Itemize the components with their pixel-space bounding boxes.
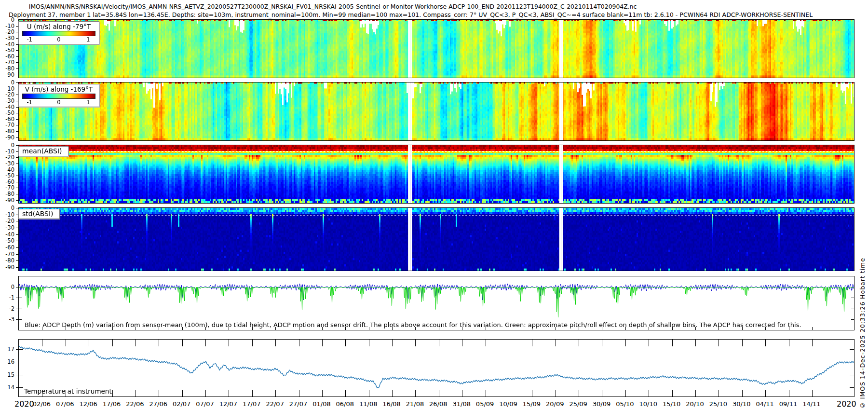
- u-velocity-colorbar: [22, 31, 95, 36]
- figure-subtitle: Deployment 37, member 1 lat=35.84S lon=1…: [9, 11, 813, 18]
- y-tick-label: -2: [0, 305, 18, 312]
- u-velocity-legend-title: U (m/s) along -79°T: [22, 23, 95, 30]
- figure-title: IMOS/ANMN/NRS/NRSKAI/Velocity/IMOS_ANMN-…: [0, 3, 665, 10]
- y-tick-label: -40: [0, 231, 18, 238]
- x-tick-label: 09/11: [779, 400, 797, 408]
- u-velocity-colorbar-ticks: -1 0 1: [22, 36, 95, 43]
- x-tick-label: 30/09: [593, 400, 610, 408]
- y-tick-label: -70: [0, 251, 18, 258]
- x-tick-label: 25/09: [569, 400, 587, 408]
- x-tick-label: 25/10: [709, 400, 727, 408]
- x-tick-label: 05/10: [616, 400, 634, 408]
- mean-absi-y-axis: 0-10-20-30-40-50-60-70-80-90: [0, 145, 18, 203]
- x-tick-label: 10/10: [639, 400, 657, 408]
- y-tick-label: 15: [0, 371, 18, 378]
- v-velocity-colorbar-ticks: -1 0 1: [22, 99, 95, 106]
- colorbar-tick-label: -1: [27, 99, 32, 106]
- y-tick-label: 16: [0, 358, 18, 365]
- y-tick-label: -90: [0, 264, 18, 271]
- std-absi-y-axis: 0-10-20-30-40-50-60-70-80-90: [0, 208, 18, 271]
- x-tick-label: 17/06: [103, 400, 121, 408]
- v-velocity-heatmap: [19, 82, 854, 140]
- colorbar-tick-label: 1: [86, 36, 90, 43]
- y-tick-label: 0: [0, 205, 18, 211]
- y-tick-label: -30: [0, 224, 18, 231]
- x-tick-label: 14/11: [802, 400, 820, 408]
- x-axis-year-end: 2020: [837, 399, 856, 409]
- imos-watermark: © IMOS 14-Dec-2025 20:33:26 Hobart time: [859, 258, 866, 409]
- u-velocity-heatmap: [19, 20, 854, 78]
- x-tick-label: 30/10: [732, 400, 750, 408]
- v-velocity-colorbar: [22, 94, 95, 99]
- x-tick-label: 02/07: [173, 400, 190, 408]
- y-tick-label: -20: [0, 218, 18, 224]
- x-tick-label: 15/09: [523, 400, 541, 408]
- adcp-deployment-figure: IMOS/ANMN/NRS/NRSKAI/Velocity/IMOS_ANMN-…: [0, 0, 868, 410]
- x-tick-label: 22/07: [266, 400, 284, 408]
- x-tick-label: 15/10: [663, 400, 680, 408]
- v-velocity-legend: V (m/s) along -169°T -1 0 1: [18, 84, 99, 107]
- x-tick-label: 05/09: [476, 400, 494, 408]
- v-velocity-legend-title: V (m/s) along -169°T: [22, 85, 95, 93]
- y-tick-label: -90: [0, 71, 18, 78]
- u-velocity-legend: U (m/s) along -79°T -1 0 1: [18, 21, 99, 44]
- std-absi-heatmap: [19, 208, 854, 271]
- y-tick-label: -90: [0, 134, 18, 141]
- x-tick-label: 02/06: [33, 400, 51, 408]
- x-tick-label: 20/10: [686, 400, 704, 408]
- v-velocity-panel: 0-10-20-30-40-50-60-70-80-90 V (m/s) alo…: [18, 82, 854, 141]
- depth-variation-annotation: Blue: ADCP Depth (m) variation from sens…: [25, 321, 801, 328]
- y-tick-label: 0: [0, 284, 18, 290]
- y-tick-label: -3: [0, 316, 18, 323]
- std-absi-panel: 0-10-20-30-40-50-60-70-80-90 std(ABSI): [18, 207, 854, 271]
- x-tick-label: 11/08: [359, 400, 377, 408]
- y-tick-label: -60: [0, 244, 18, 251]
- x-axis-year-start: 2020: [14, 399, 34, 409]
- x-tick-label: 27/07: [289, 400, 307, 408]
- colorbar-tick-label: 0: [57, 36, 60, 43]
- y-tick-label: -80: [0, 257, 18, 264]
- x-tick-label: 27/06: [149, 400, 167, 408]
- x-tick-label: 12/07: [219, 400, 237, 408]
- x-tick-label: 04/11: [756, 400, 773, 408]
- y-tick-label: 14: [0, 384, 18, 391]
- x-axis-labels: 2020 2020 02/0607/0612/0617/0622/0627/06…: [0, 398, 868, 409]
- colorbar-tick-label: 0: [57, 99, 60, 106]
- temperature-y-axis: 17161514: [0, 340, 18, 396]
- depth-variation-y-axis: 0-1-2-3: [0, 276, 18, 330]
- mean-absi-panel: 0-10-20-30-40-50-60-70-80-90 mean(ABSI): [18, 145, 854, 204]
- x-tick-label: 21/08: [406, 400, 424, 408]
- u-velocity-y-axis: 0-10-20-30-40-50-60-70-80-90: [0, 20, 18, 78]
- u-velocity-panel: 0-10-20-30-40-50-60-70-80-90 U (m/s) alo…: [18, 19, 854, 78]
- depth-variation-panel: 0-1-2-3 Blue: ADCP Depth (m) variation f…: [18, 276, 854, 330]
- x-tick-label: 01/08: [312, 400, 330, 408]
- x-tick-label: 26/08: [429, 400, 447, 408]
- y-tick-label: -10: [0, 211, 18, 218]
- y-tick-label: -90: [0, 197, 18, 204]
- std-absi-legend: std(ABSI): [18, 209, 60, 219]
- x-tick-label: 31/08: [452, 400, 470, 408]
- v-velocity-y-axis: 0-10-20-30-40-50-60-70-80-90: [0, 82, 18, 140]
- x-tick-label: 07/07: [196, 400, 214, 408]
- x-tick-label: 10/09: [499, 400, 517, 408]
- temperature-panel: 17161514 Temperature at instrument: [18, 339, 854, 397]
- temperature-plot: [19, 340, 854, 396]
- y-tick-label: -1: [0, 294, 18, 301]
- temperature-series-label: Temperature at instrument: [24, 387, 112, 395]
- mean-absi-heatmap: [19, 145, 854, 203]
- mean-absi-legend: mean(ABSI): [18, 146, 68, 156]
- y-tick-label: -50: [0, 237, 18, 244]
- colorbar-tick-label: 1: [86, 99, 90, 106]
- x-tick-label: 16/08: [382, 400, 400, 408]
- x-tick-label: 17/07: [243, 400, 260, 408]
- x-tick-label: 07/06: [56, 400, 74, 408]
- y-tick-label: 17: [0, 346, 18, 353]
- x-tick-label: 06/08: [336, 400, 354, 408]
- x-tick-label: 20/09: [546, 400, 564, 408]
- x-tick-label: 12/06: [79, 400, 97, 408]
- x-tick-label: 22/06: [126, 400, 144, 408]
- colorbar-tick-label: -1: [27, 36, 32, 43]
